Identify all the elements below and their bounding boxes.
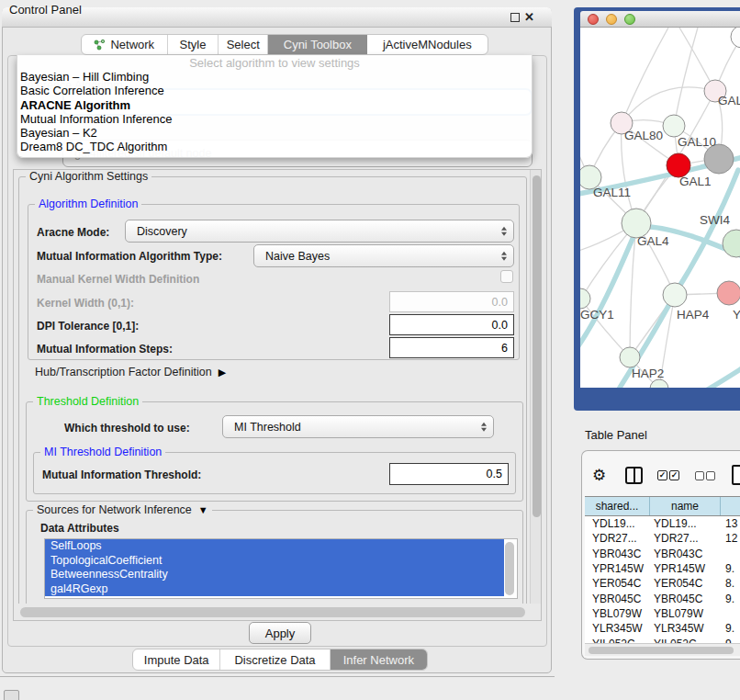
dropdown-item[interactable]: Basic Correlation Inference	[17, 84, 532, 97]
tab-discretize-data[interactable]: Discretize Data	[220, 649, 330, 670]
tab-impute-data-label: Impute Data	[144, 653, 209, 667]
minimize-traffic-light-icon[interactable]	[606, 14, 617, 25]
table-row[interactable]: YBR043C YBR043C	[585, 547, 740, 561]
table-row[interactable]: YIL052C YIL052C 9.	[585, 636, 740, 643]
bottom-tabbar: Impute Data Discretize Data Infer Networ…	[132, 649, 428, 671]
tab-infer-network[interactable]: Infer Network	[331, 649, 427, 670]
kernel-width-label: Kernel Width (0,1):	[37, 297, 134, 310]
scrollbar-thumb[interactable]	[533, 175, 541, 517]
table-row[interactable]: YER054C YER054C 8.	[585, 576, 740, 591]
list-item[interactable]: TopologicalCoefficient	[45, 554, 504, 569]
dpi-tolerance-field[interactable]: 0.0	[389, 314, 514, 335]
dock-panel-icon[interactable]	[4, 690, 19, 700]
apply-button[interactable]: Apply	[249, 622, 311, 644]
node-label: GAL80	[624, 129, 663, 142]
tab-network[interactable]: Network	[82, 35, 168, 54]
node-swi4[interactable]	[723, 230, 740, 257]
tab-impute-data[interactable]: Impute Data	[133, 649, 220, 670]
kernel-width-field[interactable]: 0.0	[389, 291, 514, 312]
dropdown-item[interactable]: Mutual Information Inference	[17, 112, 532, 126]
cell: 9.	[721, 622, 740, 635]
table-row[interactable]: YDR27... YDR27... 12	[585, 531, 740, 546]
table-row[interactable]: YDL19... YDL19... 13	[585, 516, 740, 531]
list-item[interactable]: SelfLoops	[45, 539, 504, 554]
sources-toggle[interactable]: Sources for Network Inference ▼	[33, 503, 212, 516]
cell: YER054C	[650, 577, 721, 590]
node-hap4[interactable]	[663, 283, 687, 307]
chevron-down-icon: ▼	[198, 504, 208, 515]
node-label: GAL4	[637, 234, 669, 248]
table-row[interactable]: YLR345W YLR345W 9.	[585, 621, 740, 636]
column-header-partial[interactable]	[721, 497, 740, 515]
node-y[interactable]	[717, 281, 740, 305]
table-row[interactable]: YPR145W YPR145W 9.	[585, 561, 740, 576]
table-body: YDL19... YDL19... 13 YDR27... YDR27... 1…	[585, 516, 740, 643]
cell: 9.	[721, 593, 740, 605]
tab-cyni-toolbox[interactable]: Cyni Toolbox	[268, 35, 367, 54]
combo-spinner-icon	[501, 251, 507, 261]
zoom-traffic-light-icon[interactable]	[624, 14, 635, 25]
list-scrollbar-thumb[interactable]	[505, 542, 514, 595]
aracne-mode-combo[interactable]: Discovery	[125, 220, 514, 243]
mi-threshold-label: Mutual Information Threshold:	[42, 469, 201, 481]
list-item[interactable]: BetweennessCentrality	[45, 568, 504, 582]
tab-select[interactable]: Select	[219, 35, 268, 54]
list-item[interactable]: gal4RGexp	[45, 582, 504, 597]
cell: 13	[721, 517, 740, 530]
manual-kernel-checkbox[interactable]	[500, 270, 513, 283]
control-panel-title: Control Panel	[9, 3, 82, 17]
dropdown-item-selected[interactable]: ARACNE Algorithm	[17, 98, 532, 112]
network-window-titlebar[interactable]	[580, 11, 740, 28]
scrollbar-thumb[interactable]	[589, 647, 734, 654]
cell: 9.	[721, 562, 740, 575]
table-row[interactable]: YBL079W YBL079W	[585, 606, 740, 621]
bottom-divider	[0, 676, 555, 677]
document-icon[interactable]	[732, 465, 740, 485]
cell: 8.	[721, 577, 740, 590]
tab-jactivemnodules[interactable]: jActiveMNodules	[367, 35, 488, 54]
mi-type-combo[interactable]: Naive Bayes	[253, 244, 514, 267]
column-header-name[interactable]: name	[650, 497, 721, 515]
node-gal10[interactable]	[663, 115, 685, 137]
dropdown-placeholder: Select algorithm to view settings	[17, 56, 532, 70]
combo-spinner-icon	[481, 422, 487, 432]
deselect-all-checkbox-icon[interactable]	[706, 471, 715, 480]
split-columns-icon[interactable]	[625, 467, 643, 484]
table-horizontal-scrollbar[interactable]	[585, 643, 740, 656]
network-nodes[interactable]	[580, 28, 740, 388]
dropdown-item[interactable]: Bayesian – K2	[17, 126, 532, 140]
gear-icon[interactable]: ⚙	[592, 468, 606, 483]
select-all-checkbox-icon[interactable]: ✓	[669, 470, 679, 480]
close-icon[interactable]: ✕	[524, 11, 534, 23]
mi-threshold-field[interactable]: 0.5	[389, 463, 509, 485]
settings-horizontal-scrollbar[interactable]	[14, 604, 541, 620]
scrollbar-thumb[interactable]	[20, 607, 525, 617]
cell: YBL079W	[650, 607, 721, 620]
table-row[interactable]: YBR045C YBR045C 9.	[585, 591, 740, 605]
algorithm-dropdown: Select algorithm to view settings Bayesi…	[17, 55, 533, 158]
network-labels: GAL GAL80 GAL10 GAL1 GAL11 SWI4 GAL4 GCY…	[580, 94, 740, 380]
settings-vertical-scrollbar[interactable]	[530, 170, 541, 620]
hub-definition-toggle[interactable]: Hub/Transcription Factor Definition ▶	[35, 366, 226, 378]
node-gcy1[interactable]	[580, 288, 590, 309]
close-traffic-light-icon[interactable]	[588, 14, 599, 25]
float-window-icon[interactable]	[510, 13, 520, 22]
tab-style[interactable]: Style	[168, 35, 219, 54]
dpi-tolerance-label: DPI Tolerance [0,1]:	[37, 320, 139, 333]
control-panel-header[interactable]	[2, 7, 552, 28]
node-label: GAL10	[678, 135, 716, 149]
network-canvas[interactable]: GAL GAL80 GAL10 GAL1 GAL11 SWI4 GAL4 GCY…	[580, 28, 740, 388]
node-hap2[interactable]	[620, 347, 640, 367]
aracne-mode-label: Aracne Mode:	[37, 226, 109, 239]
node-bottom[interactable]	[650, 379, 668, 388]
mi-steps-field[interactable]: 6	[389, 337, 514, 358]
node-unlabeled[interactable]	[731, 28, 740, 48]
dropdown-item[interactable]: Bayesian – Hill Climbing	[17, 70, 532, 84]
dropdown-item[interactable]: Dream8 DC_TDC Algorithm	[17, 140, 532, 153]
which-threshold-combo[interactable]: MI Threshold	[222, 415, 494, 438]
cell: YER054C	[585, 577, 650, 590]
column-header-shared-name[interactable]: shared...	[585, 497, 650, 515]
deselect-all-checkbox-icon[interactable]	[695, 471, 704, 480]
select-all-checkbox-icon[interactable]: ✓	[657, 470, 667, 480]
node-label: HAP2	[632, 367, 664, 380]
